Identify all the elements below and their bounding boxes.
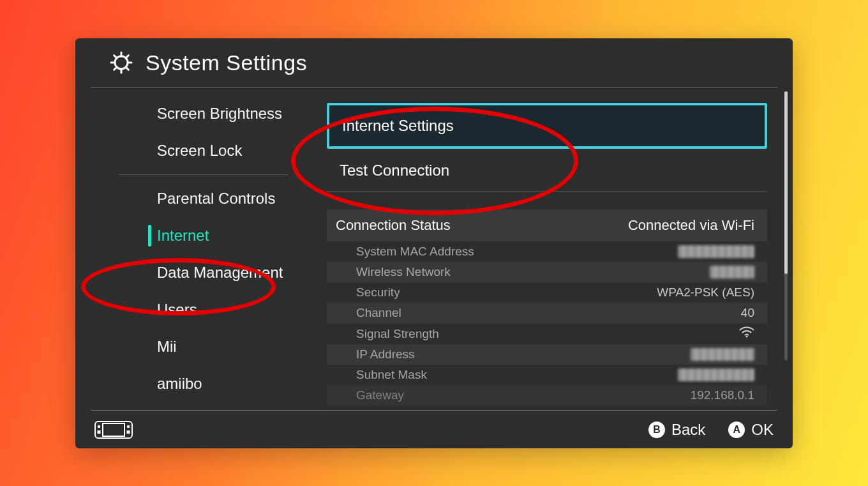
info-label: Subnet Mask (356, 368, 427, 382)
ok-label: OK (751, 421, 774, 439)
scrollbar[interactable] (784, 91, 788, 360)
sidebar-item-screen-lock[interactable]: Screen Lock (119, 132, 288, 169)
settings-panel: System Settings Screen Brightness Screen… (75, 38, 793, 448)
option-label: Internet Settings (342, 117, 454, 134)
connection-info-list: System MAC Address Wireless Network Secu… (327, 241, 767, 406)
panel-body: Screen Brightness Screen Lock Parental C… (75, 87, 793, 410)
footer-bar: B Back A OK (91, 410, 777, 448)
sidebar-item-users[interactable]: Users (119, 291, 288, 328)
back-button[interactable]: B Back (648, 421, 705, 439)
svg-rect-15 (127, 430, 130, 434)
info-row-mac-address: System MAC Address (327, 241, 767, 262)
sidebar: Screen Brightness Screen Lock Parental C… (91, 87, 308, 410)
connection-status-header: Connection Status Connected via Wi-Fi (327, 209, 767, 241)
info-value-redacted (678, 245, 754, 258)
info-row-security: Security WPA2-PSK (AES) (327, 282, 767, 303)
sidebar-item-internet[interactable]: Internet (119, 217, 288, 254)
svg-rect-11 (103, 423, 124, 436)
svg-line-7 (114, 67, 117, 70)
info-label: IP Address (356, 347, 415, 361)
info-label: System MAC Address (356, 245, 474, 259)
svg-point-13 (127, 425, 130, 427)
handheld-device-icon (94, 421, 133, 439)
content-pane: Internet Settings Test Connection Connec… (308, 87, 793, 410)
sidebar-item-amiibo[interactable]: amiibo (119, 365, 288, 402)
option-label: Test Connection (340, 162, 449, 179)
page-title: System Settings (146, 50, 307, 75)
ok-button[interactable]: A OK (728, 421, 774, 439)
info-label: Wireless Network (356, 265, 451, 279)
info-value: WPA2-PSK (AES) (657, 285, 754, 300)
svg-point-9 (745, 335, 747, 337)
info-row-subnet-mask: Subnet Mask (327, 365, 767, 385)
back-label: Back (671, 421, 705, 439)
svg-rect-14 (98, 430, 101, 434)
info-value: 192.168.0.1 (691, 388, 754, 402)
svg-line-6 (126, 67, 128, 70)
sidebar-group-display: Screen Brightness Screen Lock (119, 95, 288, 175)
sidebar-item-label: Internet (157, 227, 209, 244)
info-value: 40 (741, 306, 754, 320)
a-button-icon: A (728, 421, 745, 438)
scrollbar-thumb[interactable] (784, 91, 788, 274)
sidebar-item-label: Screen Lock (157, 142, 242, 159)
sidebar-group-system: Parental Controls Internet Data Manageme… (119, 180, 288, 407)
info-row-ip-address: IP Address (327, 344, 767, 365)
status-value: Connected via Wi-Fi (628, 217, 754, 234)
info-value-redacted (678, 368, 754, 381)
wifi-signal-icon (739, 326, 754, 341)
b-button-icon: B (648, 421, 665, 438)
info-row-wireless-network: Wireless Network (327, 262, 767, 282)
info-label: Security (356, 285, 400, 300)
option-internet-settings[interactable]: Internet Settings (327, 103, 767, 149)
sidebar-item-screen-brightness[interactable]: Screen Brightness (119, 95, 288, 132)
info-row-gateway: Gateway 192.168.0.1 (327, 385, 767, 406)
panel-header: System Settings (75, 38, 793, 87)
sidebar-item-label: Parental Controls (157, 190, 275, 207)
info-label: Gateway (356, 388, 404, 402)
status-title: Connection Status (336, 217, 451, 234)
sidebar-item-label: amiibo (157, 375, 202, 392)
svg-line-5 (114, 56, 117, 58)
info-row-channel: Channel 40 (327, 303, 767, 323)
info-label: Signal Strength (356, 327, 439, 341)
sidebar-item-label: Mii (157, 338, 177, 355)
info-label: Channel (356, 306, 401, 320)
sidebar-item-label: Users (157, 301, 197, 318)
sidebar-item-mii[interactable]: Mii (119, 328, 288, 365)
option-test-connection[interactable]: Test Connection (327, 150, 767, 192)
info-value-redacted (710, 266, 754, 278)
sidebar-item-label: Screen Brightness (157, 105, 282, 122)
sidebar-item-label: Data Management (157, 264, 283, 281)
svg-line-8 (126, 56, 128, 58)
svg-point-12 (98, 425, 100, 427)
info-row-signal-strength: Signal Strength (327, 323, 767, 344)
info-value-redacted (691, 348, 754, 361)
sidebar-item-parental-controls[interactable]: Parental Controls (119, 180, 288, 217)
connection-status-section: Connection Status Connected via Wi-Fi Sy… (327, 209, 767, 406)
sidebar-item-data-management[interactable]: Data Management (119, 254, 288, 291)
gear-icon (108, 50, 134, 75)
